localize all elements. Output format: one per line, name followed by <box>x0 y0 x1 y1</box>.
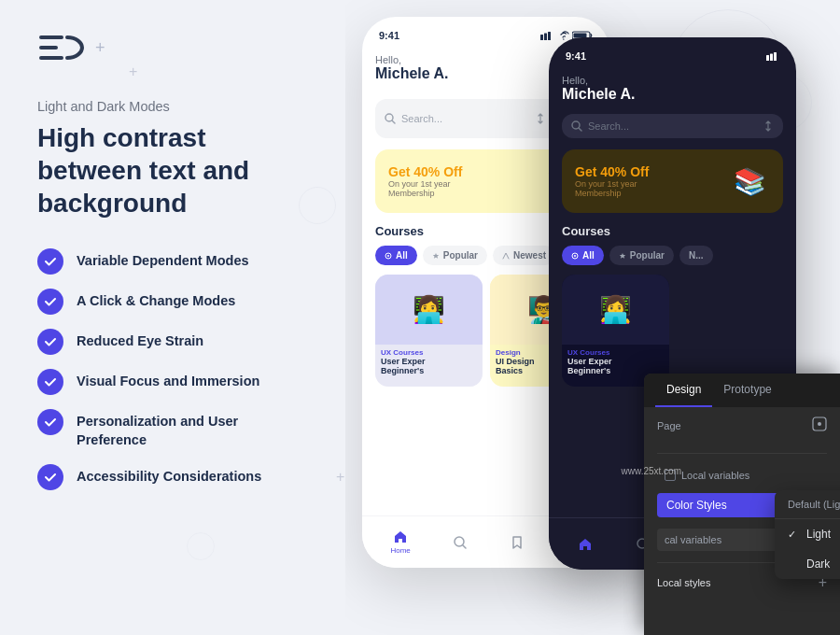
dropdown-item-light[interactable]: ✓ Light <box>775 519 840 549</box>
logo-icon <box>37 30 86 65</box>
tab-prototype[interactable]: Prototype <box>712 374 782 407</box>
promo-title-dark: Get 40% Off <box>575 164 649 179</box>
figma-page-header: Page <box>657 416 827 434</box>
feature-item-5: Personalization and User Preference <box>37 408 308 450</box>
subtitle-text: Light and Dark Modes <box>37 99 308 114</box>
tab-row-dark: All Popular N... <box>562 246 783 265</box>
search-placeholder-dark: Search... <box>588 120 757 132</box>
dropdown-header: Default (Light) <box>775 490 840 519</box>
figma-local-vars-label: Local variables <box>681 470 749 481</box>
home-tab-dark[interactable] <box>578 537 593 552</box>
feature-text-6: Accessibility Considerations <box>77 463 261 486</box>
status-icons-dark <box>766 51 779 61</box>
tab-all-dark[interactable]: All <box>562 246 604 265</box>
svg-rect-15 <box>774 52 777 61</box>
left-panel: + Light and Dark Modes High contrast bet… <box>0 0 345 635</box>
tab-design[interactable]: Design <box>655 374 712 407</box>
figma-divider-1 <box>657 453 827 454</box>
feature-list: Variable Dependent Modes A Click & Chang… <box>37 247 308 490</box>
dark-phone-status-bar: 9:41 <box>549 37 796 67</box>
feature-text-1: Variable Dependent Modes <box>77 247 249 270</box>
greeting-row-dark: Hello, Michele A. <box>562 75 783 103</box>
feature-item-4: Visual Focus and Immersion <box>37 368 308 395</box>
feature-text-3: Reduced Eye Strain <box>77 328 203 350</box>
figma-local-vars-row: Local variables <box>657 465 827 486</box>
card-tag-1: UX Courses <box>381 348 477 357</box>
courses-title-dark: Courses <box>562 224 783 238</box>
feature-text-5: Personalization and User Preference <box>77 408 308 450</box>
greeting-text-dark: Hello, Michele A. <box>562 75 636 103</box>
main-title: High contrast between text and backgroun… <box>37 121 308 219</box>
check-icon-4 <box>37 369 63 395</box>
dropdown-label-light: Light <box>806 528 831 541</box>
search-bar-dark[interactable]: Search... <box>562 114 783 138</box>
tab-all-light[interactable]: All <box>375 246 417 265</box>
hello-label-dark: Hello, <box>562 75 636 86</box>
svg-rect-14 <box>770 54 773 62</box>
tab-popular-light[interactable]: Popular <box>423 246 487 265</box>
figma-local-styles-label: Local styles <box>657 577 710 588</box>
dropdown-item-dark[interactable]: Dark <box>775 549 840 579</box>
figma-vars-section: Local variables <box>644 459 840 493</box>
check-icon-6 <box>37 464 63 490</box>
promo-sub2-dark: Membership <box>575 189 649 198</box>
logo: + <box>37 30 308 65</box>
promo-sub1-light: On your 1st year <box>388 179 462 189</box>
check-icon-2 <box>37 289 63 315</box>
feature-text-4: Visual Focus and Immersion <box>77 368 259 390</box>
dropdown-check-light: ✓ <box>788 529 799 541</box>
user-name-dark: Michele A. <box>562 86 636 103</box>
svg-rect-1 <box>544 34 547 41</box>
promo-sub2-light: Membership <box>388 189 462 198</box>
tab-popular-dark[interactable]: Popular <box>609 246 674 265</box>
svg-rect-2 <box>548 32 551 40</box>
check-icon-3 <box>37 329 63 355</box>
dark-course-card-1[interactable]: 👩‍💻 UX Courses User ExperBeginner's <box>562 275 669 387</box>
search-tab-light[interactable] <box>453 535 468 550</box>
user-name-light: Michele A. <box>375 65 449 82</box>
svg-point-18 <box>574 255 576 257</box>
promo-image-dark: 📚 <box>729 161 770 202</box>
search-placeholder-light: Search... <box>401 113 529 124</box>
watermark: www.25xt.com <box>622 466 681 476</box>
check-icon-1 <box>37 248 63 275</box>
course-card-1[interactable]: 👩‍💻 UX Courses User ExperBeginner's <box>375 275 483 387</box>
greeting-text-light: Hello, Michele A. <box>375 54 449 82</box>
check-icon-5 <box>37 409 63 435</box>
svg-point-22 <box>818 422 821 426</box>
course-cards-dark: 👩‍💻 UX Courses User ExperBeginner's <box>562 275 783 387</box>
logo-plus-symbol: + <box>95 38 105 58</box>
bookmark-tab-light[interactable] <box>510 535 525 550</box>
figma-page-icon[interactable] <box>812 416 827 434</box>
feature-item-3: Reduced Eye Strain <box>37 328 308 355</box>
tab-newest-light[interactable]: Newest <box>493 246 555 265</box>
figma-color-styles-label: Color Styles <box>666 499 727 512</box>
figma-tab-bar: Design Prototype <box>644 374 840 407</box>
promo-text-light: Get 40% Off On your 1st year Membership <box>388 164 462 198</box>
figma-page-label: Page <box>657 420 681 431</box>
feature-item-1: Variable Dependent Modes <box>37 247 308 275</box>
promo-sub1-dark: On your 1st year <box>575 179 649 189</box>
promo-title-light: Get 40% Off <box>388 164 462 179</box>
light-phone-time: 9:41 <box>379 30 399 41</box>
promo-text-dark: Get 40% Off On your 1st year Membership <box>575 164 649 198</box>
feature-text-2: A Click & Change Modes <box>77 288 235 310</box>
feature-item-2: A Click & Change Modes <box>37 288 308 315</box>
tab-n-dark[interactable]: N... <box>679 246 713 265</box>
svg-point-10 <box>387 255 389 257</box>
dark-phone-content: Hello, Michele A. Search... Get 40% Off … <box>549 67 796 387</box>
card-name-1: User ExperBeginner's <box>381 357 477 375</box>
phones-area: 9:41 Hello, Michele A. <box>345 0 840 635</box>
figma-page-section: Page <box>644 407 840 447</box>
dropdown-menu: Default (Light) ✓ Light Dark <box>775 490 840 579</box>
figma-cal-vars-label: cal variables <box>665 534 721 545</box>
dark-card-tag-1: UX Courses <box>567 348 664 357</box>
dark-phone-time: 9:41 <box>566 50 586 62</box>
home-tab-light[interactable]: Home <box>390 529 410 555</box>
svg-rect-13 <box>766 55 769 61</box>
feature-item-6: Accessibility Considerations <box>37 463 308 490</box>
svg-rect-0 <box>540 35 543 40</box>
hello-label-light: Hello, <box>375 54 449 65</box>
promo-banner-dark: Get 40% Off On your 1st year Membership … <box>562 149 783 213</box>
dropdown-label-dark: Dark <box>806 557 830 571</box>
